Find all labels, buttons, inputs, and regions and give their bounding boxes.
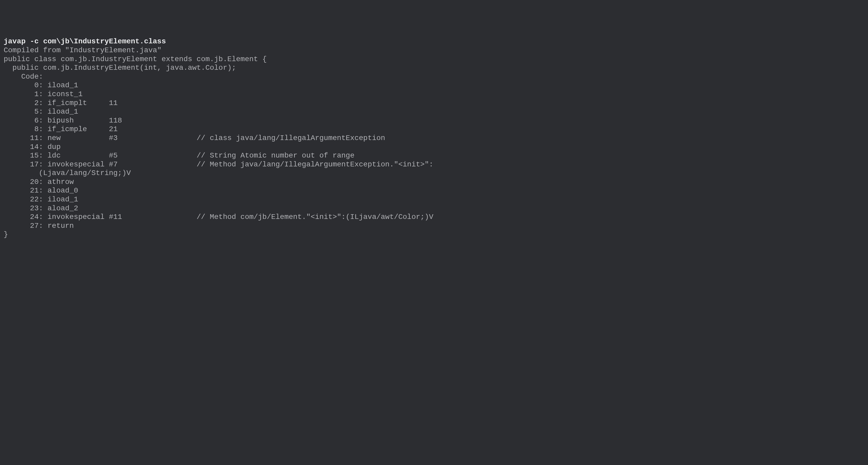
terminal-output: javap -c com\jb\IndustryElement.class Co… <box>4 37 864 239</box>
output-block: Compiled from "IndustryElement.java" pub… <box>4 46 433 238</box>
command-line: javap -c com\jb\IndustryElement.class <box>4 37 166 46</box>
